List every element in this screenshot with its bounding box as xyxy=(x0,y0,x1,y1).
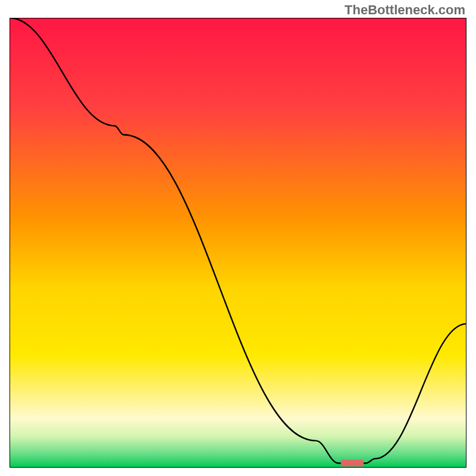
gradient-background xyxy=(10,18,466,468)
watermark-text: TheBottleneck.com xyxy=(345,2,465,18)
chart-area xyxy=(10,18,466,468)
optimal-marker xyxy=(341,460,364,466)
chart-svg xyxy=(10,18,466,468)
